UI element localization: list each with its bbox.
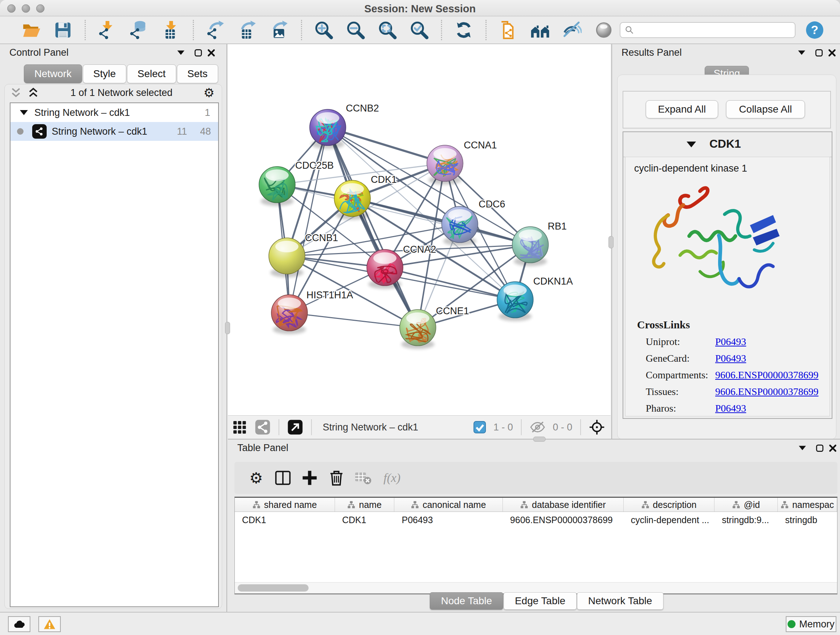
crosslink-link[interactable]: P06493 <box>715 336 746 348</box>
crosslink-row: Compartments:9606.ENSP00000378699 <box>646 369 829 381</box>
node-RB1[interactable] <box>512 226 548 266</box>
network-tab-content: 1 of 1 Network selected ⚙ String Network… <box>4 84 222 609</box>
warning-button[interactable] <box>38 616 61 632</box>
import-network-icon[interactable] <box>98 20 117 40</box>
panel-float-icon[interactable] <box>815 444 824 453</box>
column-header-description[interactable]: description <box>624 498 715 511</box>
help-icon[interactable]: ? <box>805 20 824 40</box>
network-selection-status: 1 of 1 Network selected <box>39 87 204 98</box>
tab-edge-table[interactable]: Edge Table <box>504 592 576 610</box>
zoom-selected-icon[interactable] <box>409 20 429 40</box>
open-folder-icon[interactable] <box>21 20 41 40</box>
tab-network[interactable]: Network <box>24 65 82 83</box>
eye-wave-icon[interactable] <box>562 20 582 40</box>
gene-collapse-caret-icon[interactable] <box>687 141 696 147</box>
node-CCNA2[interactable] <box>367 249 403 289</box>
column-header-database-identifier[interactable]: database identifier <box>503 498 624 511</box>
collection-expand-caret-icon[interactable] <box>20 110 28 115</box>
tab-node-table[interactable]: Node Table <box>430 592 503 610</box>
node-CCNB2[interactable] <box>309 109 346 149</box>
zoom-out-icon[interactable] <box>346 20 365 40</box>
share-icon[interactable] <box>255 419 271 435</box>
crosslink-row: Pharos:P06493 <box>646 402 829 414</box>
cloud-button[interactable] <box>8 616 30 632</box>
tab-sets[interactable]: Sets <box>177 65 218 83</box>
crosslink-link[interactable]: P06493 <box>715 402 746 414</box>
node-CCNE1[interactable] <box>400 310 436 349</box>
node-CCNB1[interactable] <box>269 238 305 277</box>
control-panel-title: Control Panel <box>9 47 69 58</box>
import-table-icon[interactable] <box>161 20 181 40</box>
zoom-fit-icon[interactable] <box>378 20 397 40</box>
panel-close-icon[interactable] <box>207 49 216 57</box>
node-CDC6[interactable] <box>442 206 478 246</box>
node-CDC25B[interactable] <box>259 166 295 206</box>
panel-close-icon[interactable] <box>829 444 837 453</box>
sphere-icon[interactable] <box>594 20 614 40</box>
network-options-gear-icon[interactable]: ⚙ <box>204 86 215 100</box>
import-database-icon[interactable] <box>129 20 149 40</box>
node-HIST1H1A[interactable] <box>271 295 308 334</box>
node-CCNA1[interactable] <box>427 145 463 185</box>
crosslink-link[interactable]: 9606.ENSP00000378699 <box>715 369 818 381</box>
right-splitter-handle[interactable] <box>608 236 614 249</box>
add-column-icon[interactable] <box>301 469 318 486</box>
export-network-icon[interactable] <box>206 20 225 40</box>
column-header-shared-name[interactable]: shared name <box>235 498 335 511</box>
tab-select[interactable]: Select <box>127 65 176 83</box>
export-table-icon[interactable] <box>238 20 257 40</box>
houses-icon[interactable] <box>531 20 550 40</box>
selected-checkbox[interactable] <box>473 421 486 434</box>
panel-collapse-icon[interactable] <box>797 49 806 57</box>
crosslink-link[interactable]: 9606.ENSP00000378699 <box>715 386 818 397</box>
column-header-namespac[interactable]: namespac <box>778 498 837 511</box>
tab-style[interactable]: Style <box>83 65 126 83</box>
expand-all-networks-icon[interactable] <box>27 87 39 98</box>
toolbar-separator <box>193 20 194 40</box>
node-CDK1[interactable] <box>334 180 370 220</box>
panel-float-icon[interactable] <box>815 49 823 57</box>
crosslink-row: Tissues:9606.ENSP00000378699 <box>646 386 829 397</box>
column-header-name[interactable]: name <box>335 498 395 511</box>
search-input[interactable] <box>637 24 790 36</box>
document-share-icon[interactable] <box>499 20 518 40</box>
gear-icon[interactable]: ⚙ <box>248 469 265 486</box>
horizontal-scrollbar[interactable] <box>235 582 837 593</box>
scrollbar-thumb[interactable] <box>238 584 309 592</box>
grid-icon[interactable] <box>232 419 248 435</box>
panel-close-icon[interactable] <box>828 49 836 57</box>
expand-all-button[interactable]: Expand All <box>646 100 718 119</box>
crosslink-link[interactable]: P06493 <box>715 353 746 364</box>
network-collection-row[interactable]: String Network – cdk1 1 <box>11 103 218 122</box>
results-panel-header: Results Panel <box>612 44 840 61</box>
node-CDKN1A[interactable] <box>497 282 533 321</box>
birdseye-icon[interactable] <box>589 419 605 435</box>
external-link-icon[interactable] <box>287 419 303 435</box>
tab-network-table[interactable]: Network Table <box>577 592 663 610</box>
network-view[interactable]: CCNB2CCNA1CDC25BCDK1CDC6RB1CCNB1CCNA2CDK… <box>228 44 611 439</box>
columns-icon[interactable] <box>274 469 292 486</box>
network-graph[interactable]: CCNB2CCNA1CDC25BCDK1CDC6RB1CCNB1CCNA2CDK… <box>228 44 611 415</box>
collapse-all-networks-icon[interactable] <box>10 87 22 98</box>
node-label-CDK1: CDK1 <box>371 174 397 185</box>
table-panel-title: Table Panel <box>237 442 288 454</box>
memory-button[interactable]: Memory <box>786 616 836 632</box>
network-row[interactable]: String Network – cdk1 11 48 <box>11 122 218 141</box>
gene-section-header[interactable]: CDK1 <box>623 132 832 157</box>
bottom-splitter-handle[interactable] <box>533 437 546 442</box>
panel-float-icon[interactable] <box>194 49 202 57</box>
column-header-canonical-name[interactable]: canonical name <box>394 498 503 511</box>
panel-collapse-icon[interactable] <box>177 49 185 57</box>
zoom-in-icon[interactable] <box>314 20 333 40</box>
table-row[interactable]: CDK1CDK1P064939606.ENSP00000378699cyclin… <box>235 512 837 528</box>
left-splitter-handle[interactable] <box>225 322 230 334</box>
refresh-icon[interactable] <box>454 20 474 40</box>
column-header-@id[interactable]: @id <box>714 498 778 511</box>
delete-column-icon[interactable] <box>328 469 345 486</box>
search-box[interactable] <box>620 22 796 38</box>
save-icon[interactable] <box>53 20 73 40</box>
panel-collapse-icon[interactable] <box>798 444 807 453</box>
collapse-all-button[interactable]: Collapse All <box>726 100 805 119</box>
export-image-icon[interactable] <box>270 20 289 40</box>
eye-hidden-icon[interactable] <box>530 421 546 433</box>
